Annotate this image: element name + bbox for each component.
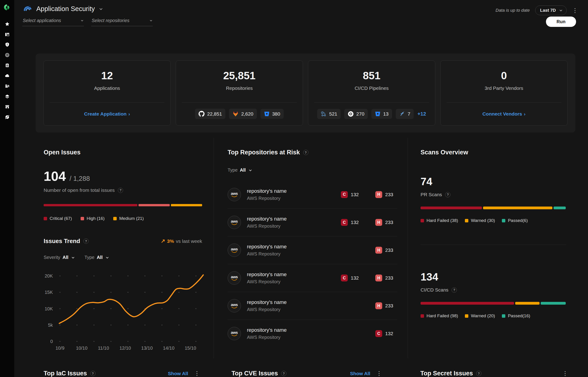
- repo-row[interactable]: awsrepository's nameAWS RepositoryCH233: [228, 236, 397, 264]
- critical-badge: C: [341, 219, 348, 226]
- repo-name: repository's name: [247, 327, 287, 333]
- svg-text:12/10: 12/10: [119, 345, 131, 351]
- create-application-link[interactable]: Create Application›: [84, 111, 130, 117]
- report-clipboard-icon[interactable]: [2, 60, 12, 71]
- critical-count: 132: [351, 192, 359, 197]
- scans-overview-title: Scans Overview: [421, 149, 468, 156]
- scan-target-icon[interactable]: [2, 50, 12, 60]
- repo-subtitle: AWS Repository: [247, 335, 287, 340]
- header-kebab-menu-icon[interactable]: ⋮: [572, 8, 578, 13]
- date-range-button[interactable]: Last 7D: [535, 6, 567, 15]
- critical-swatch: [44, 217, 47, 220]
- cicd-hard-failed-segment: [421, 302, 514, 305]
- high-badge: H: [375, 191, 382, 198]
- run-button[interactable]: Run: [546, 17, 576, 27]
- main-columns: Open Issues 104 / 1,288 Number of open f…: [23, 138, 575, 358]
- repo-name: repository's name: [247, 188, 287, 194]
- repo-list: awsrepository's nameAWS RepositoryC132H2…: [228, 181, 397, 347]
- high-badge: H: [375, 302, 382, 309]
- cve-kebab-menu-icon[interactable]: ⋮: [376, 371, 382, 376]
- high-badge-group: H233: [375, 219, 397, 226]
- top-iac-issues-section: Top IaC Issues ? Show All ⋮: [23, 366, 214, 377]
- repositories-select-placeholder: Select repositories: [92, 18, 129, 23]
- severity-dropdown[interactable]: Severity All: [44, 255, 74, 260]
- svg-text:0: 0: [50, 339, 53, 344]
- iac-kebab-menu-icon[interactable]: ⋮: [194, 371, 200, 376]
- gitlab-icon: [232, 111, 239, 117]
- pr-scans-bar: [421, 207, 566, 209]
- bitbucket-pipelines-count: 13: [383, 111, 388, 117]
- pipelines-count: 851: [363, 69, 380, 82]
- repo-row[interactable]: awsrepository's nameAWS RepositoryC132H2…: [228, 264, 397, 292]
- cve-show-all-link[interactable]: Show All: [350, 371, 370, 376]
- issues-trend-chart: 20K15K10K5k010/910/1011/1012/1013/1014/1…: [36, 266, 206, 353]
- blocks-icon[interactable]: [2, 81, 12, 91]
- issues-trend-help-icon[interactable]: ?: [83, 238, 89, 244]
- iac-show-all-link[interactable]: Show All: [168, 371, 188, 376]
- star-icon[interactable]: [2, 19, 12, 29]
- cicd-scans-help-icon[interactable]: ?: [451, 287, 457, 293]
- cycode-logo[interactable]: [3, 4, 11, 11]
- repo-row[interactable]: awsrepository's nameAWS RepositoryC132H: [228, 319, 397, 347]
- applications-label: Applications: [94, 85, 120, 91]
- top-repos-section: Top Repositories at Risk ? Type All awsr…: [214, 138, 408, 358]
- high-count: 233: [385, 247, 393, 253]
- open-issues-title: Open Issues: [44, 149, 202, 156]
- applications-card: 12 Applications Create Application›: [43, 60, 171, 126]
- legend-high: High (16): [81, 216, 104, 221]
- type-dropdown-trend[interactable]: Type All: [84, 255, 108, 260]
- top-repos-help-icon[interactable]: ?: [303, 150, 309, 155]
- title-chevron-down-icon[interactable]: [99, 7, 103, 10]
- legend-medium: Medium (21): [113, 216, 144, 221]
- dashboard-layout-icon[interactable]: [2, 29, 12, 39]
- svg-text:20K: 20K: [45, 273, 53, 278]
- top-secret-issues-section: Top Secret Issues ? ⋮: [408, 366, 575, 377]
- repositories-select[interactable]: Select repositories: [91, 17, 153, 26]
- critical-badge: C: [341, 274, 348, 282]
- top-cve-issues-title: Top CVE Issues: [231, 370, 278, 377]
- cve-help-icon[interactable]: ?: [281, 371, 287, 376]
- azure-pipelines-chip: 7: [396, 109, 414, 119]
- iac-help-icon[interactable]: ?: [90, 371, 95, 376]
- high-bar-segment: [138, 204, 170, 206]
- secret-kebab-menu-icon[interactable]: ⋮: [562, 371, 568, 376]
- storefront-icon[interactable]: [2, 102, 12, 112]
- pipelines-more-link[interactable]: +12: [417, 111, 426, 117]
- aws-repo-icon: aws: [228, 299, 241, 312]
- connect-vendors-link[interactable]: Connect Vendors›: [482, 111, 526, 117]
- compass-icon[interactable]: [2, 112, 12, 122]
- repo-row[interactable]: awsrepository's nameAWS RepositoryC132H2…: [228, 208, 397, 236]
- pr-passed-segment: [553, 207, 566, 209]
- repo-name: repository's name: [247, 299, 287, 305]
- gitlab-repos-chip: 2,620: [229, 109, 257, 119]
- open-issues-section: Open Issues 104 / 1,288 Number of open f…: [23, 138, 214, 358]
- pr-scans-label: PR Scans ?: [421, 192, 566, 197]
- high-badge-group: H233: [375, 247, 397, 254]
- svg-text:15K: 15K: [45, 290, 53, 295]
- svg-text:13/10: 13/10: [141, 345, 153, 351]
- aws-repo-icon: aws: [228, 216, 241, 229]
- layers-icon[interactable]: [2, 91, 12, 102]
- top-iac-issues-title: Top IaC Issues: [44, 370, 87, 377]
- pr-scans-help-icon[interactable]: ?: [445, 192, 450, 197]
- github-repos-count: 22,851: [207, 111, 222, 117]
- date-range-value: Last 7D: [540, 8, 556, 13]
- shield-alert-icon[interactable]: [2, 39, 12, 50]
- svg-text:14/10: 14/10: [163, 345, 174, 351]
- repo-row[interactable]: awsrepository's nameAWS RepositoryCH233: [228, 292, 397, 319]
- cicd-scans-bar: [421, 302, 566, 305]
- repo-row[interactable]: awsrepository's nameAWS RepositoryC132H2…: [228, 181, 397, 208]
- header-right: Data is up to date Last 7D ⋮: [496, 6, 578, 15]
- critical-count: 132: [385, 331, 393, 336]
- secret-help-icon[interactable]: ?: [476, 371, 481, 376]
- bottom-sections: Top IaC Issues ? Show All ⋮ Top CVE Issu…: [23, 366, 575, 377]
- cloud-icon[interactable]: [2, 71, 12, 81]
- type-dropdown-repos[interactable]: Type All: [228, 167, 397, 173]
- medium-swatch: [113, 217, 117, 220]
- repo-subtitle: AWS Repository: [247, 251, 287, 257]
- high-badge-group: H233: [375, 302, 397, 309]
- range-chevron-down-icon: [560, 9, 562, 11]
- open-issues-help-icon[interactable]: ?: [118, 188, 123, 193]
- applications-select[interactable]: Select applications: [22, 17, 84, 26]
- critical-badge: C: [341, 191, 348, 198]
